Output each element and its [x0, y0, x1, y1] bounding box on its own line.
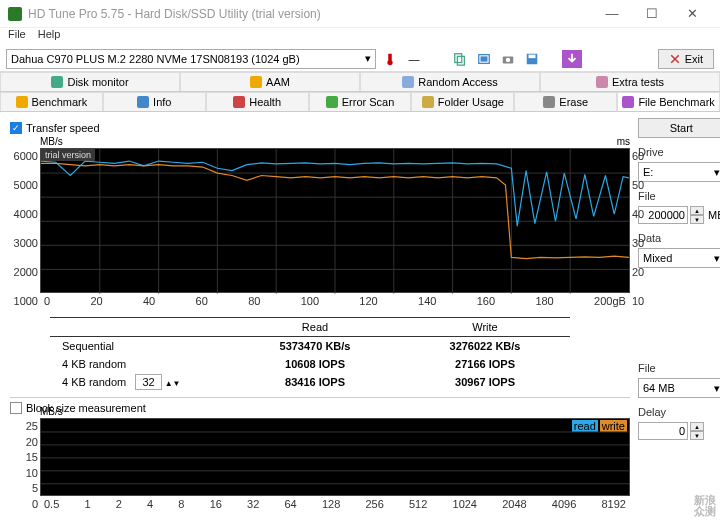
tab-erase[interactable]: Erase: [514, 92, 617, 111]
delay-label: Delay: [638, 406, 720, 418]
save-icon[interactable]: [522, 50, 542, 68]
exit-button[interactable]: Exit: [658, 49, 714, 69]
svg-rect-19: [543, 96, 555, 108]
svg-rect-18: [422, 96, 434, 108]
svg-rect-10: [51, 76, 63, 88]
svg-rect-17: [326, 96, 338, 108]
block-file-select[interactable]: 64 MB▾: [638, 378, 720, 398]
screenshot-icon[interactable]: [474, 50, 494, 68]
file2-value: 64 MB: [643, 382, 675, 394]
minimize-button[interactable]: —: [592, 0, 632, 28]
y-axis-right: 605040302010: [632, 148, 652, 309]
app-icon: [8, 7, 22, 21]
svg-rect-5: [481, 56, 488, 61]
camera-icon[interactable]: [498, 50, 518, 68]
titlebar: HD Tune Pro 5.75 - Hard Disk/SSD Utility…: [0, 0, 720, 28]
tab-random[interactable]: Random Access: [360, 72, 540, 91]
svg-rect-0: [388, 53, 392, 60]
start-button[interactable]: Start: [638, 118, 720, 138]
svg-rect-15: [137, 96, 149, 108]
close-button[interactable]: ✕: [672, 0, 712, 28]
toolbar: Dahua C970 PLUS M.2 2280 NVMe 17SN08193 …: [0, 46, 720, 72]
window-title: HD Tune Pro 5.75 - Hard Disk/SSD Utility…: [28, 7, 592, 21]
block-chart: read write: [40, 418, 630, 496]
copy-icon[interactable]: [450, 50, 470, 68]
tabs-row-1: Disk monitorAAMRandom AccessExtra tests: [0, 72, 720, 92]
y-axis-left: 600050004000300020001000: [10, 148, 38, 309]
tab-filebench[interactable]: File Benchmark: [617, 92, 720, 111]
svg-rect-12: [402, 76, 414, 88]
tab-monitor[interactable]: Disk monitor: [0, 72, 180, 91]
svg-point-7: [506, 57, 510, 61]
y-unit-left: MB/s: [40, 136, 63, 147]
file2-label: File: [638, 362, 720, 374]
svg-rect-16: [233, 96, 245, 108]
chevron-down-icon: ▾: [714, 166, 720, 179]
transfer-speed-checkbox[interactable]: ✓ Transfer speed: [10, 122, 630, 134]
dash-icon: —: [404, 50, 424, 68]
tab-aam[interactable]: AAM: [180, 72, 360, 91]
chevron-down-icon: ▾: [714, 382, 720, 395]
block-x-axis: 0.512481632641282565121024204840968192: [40, 496, 630, 512]
y-unit-right: ms: [617, 136, 630, 147]
block-y-axis: 2520151050: [18, 418, 38, 512]
svg-rect-20: [622, 96, 634, 108]
checkbox-icon: ✓: [10, 122, 22, 134]
spin-down-icon[interactable]: ▼: [690, 215, 704, 224]
trial-badge: trial version: [41, 149, 95, 161]
menubar: File Help: [0, 28, 720, 46]
tab-bench[interactable]: Benchmark: [0, 92, 103, 111]
checkbox-icon: [10, 402, 22, 414]
exit-label: Exit: [685, 53, 703, 65]
tab-folder[interactable]: Folder Usage: [411, 92, 514, 111]
tab-health[interactable]: Health: [206, 92, 309, 111]
svg-rect-11: [250, 76, 262, 88]
svg-rect-3: [457, 56, 464, 65]
tab-info[interactable]: Info: [103, 92, 206, 111]
svg-rect-2: [455, 53, 462, 62]
file-unit: MB: [708, 209, 720, 221]
svg-rect-14: [16, 96, 28, 108]
results-table: ReadWriteSequential5373470 KB/s3276022 K…: [50, 317, 570, 391]
tab-scan[interactable]: Error Scan: [309, 92, 412, 111]
menu-help[interactable]: Help: [38, 28, 61, 46]
transfer-speed-label: Transfer speed: [26, 122, 100, 134]
menu-file[interactable]: File: [8, 28, 26, 46]
spin-up-icon[interactable]: ▲: [690, 206, 704, 215]
x-axis: 020406080100120140160180200gB: [40, 293, 630, 309]
spin-down-icon[interactable]: ▼: [690, 431, 704, 440]
spin-up-icon[interactable]: ▲: [690, 422, 704, 431]
temperature-icon[interactable]: [380, 50, 400, 68]
maximize-button[interactable]: ☐: [632, 0, 672, 28]
transfer-chart: trial version: [40, 148, 630, 293]
watermark: 新浪众测: [694, 495, 716, 517]
tabs-row-2: BenchmarkInfoHealthError ScanFolder Usag…: [0, 92, 720, 112]
delay-input[interactable]: [638, 422, 688, 440]
chevron-down-icon: ▾: [365, 52, 371, 65]
down-icon[interactable]: [562, 50, 582, 68]
delay-spinner[interactable]: ▲▼: [638, 422, 720, 440]
drive-selector[interactable]: Dahua C970 PLUS M.2 2280 NVMe 17SN08193 …: [6, 49, 376, 69]
drive-selector-label: Dahua C970 PLUS M.2 2280 NVMe 17SN08193 …: [11, 53, 300, 65]
svg-rect-13: [596, 76, 608, 88]
svg-point-1: [387, 59, 392, 64]
tab-extra[interactable]: Extra tests: [540, 72, 720, 91]
block-y-unit: MB/s: [40, 406, 63, 417]
svg-rect-9: [529, 54, 536, 58]
block-size-checkbox[interactable]: Block size measurement: [10, 402, 630, 414]
chevron-down-icon: ▾: [714, 252, 720, 265]
